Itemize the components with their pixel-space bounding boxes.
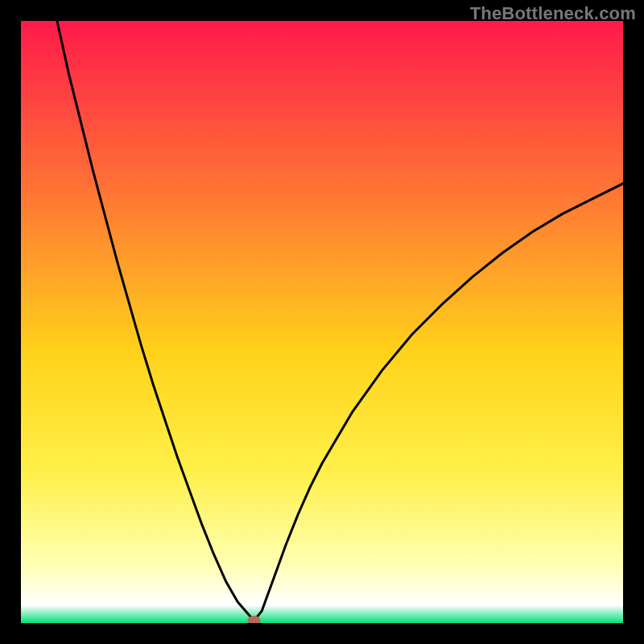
watermark-text: TheBottleneck.com: [470, 3, 636, 24]
chart-svg: [21, 21, 623, 623]
chart-frame: TheBottleneck.com: [0, 0, 644, 644]
chart-plot-area: [21, 21, 623, 623]
chart-background: [21, 21, 623, 623]
